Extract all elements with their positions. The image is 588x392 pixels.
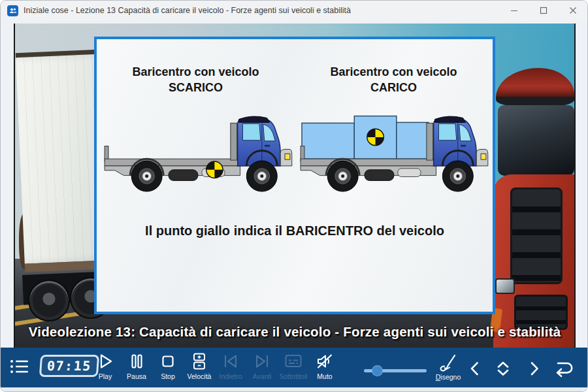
previous-button: Indietro <box>215 351 246 380</box>
heading-unloaded: Baricentro con veicolo SCARICO <box>97 64 295 96</box>
maximize-button[interactable] <box>529 1 558 20</box>
heading-loaded: Baricentro con veicolo CARICO <box>295 64 493 96</box>
return-button[interactable] <box>551 358 576 380</box>
close-icon <box>569 7 577 14</box>
next-button: Avanti <box>246 351 278 380</box>
speed-icon <box>189 351 209 371</box>
minimize-button[interactable] <box>499 1 529 20</box>
titlebar: Iniziale cose - Lezione 13 Capacità di c… <box>1 1 587 20</box>
play-icon <box>95 351 115 371</box>
mute-button[interactable]: Muto <box>309 351 340 380</box>
return-arrow-icon <box>551 358 576 378</box>
play-button[interactable]: Play <box>90 351 121 380</box>
volume-thumb[interactable] <box>372 366 382 376</box>
player-controlbar: 07:15 Play Pausa Stop Velocità Indietro <box>1 348 587 387</box>
mute-icon <box>315 351 335 371</box>
baricentro-marker-high <box>367 129 384 145</box>
stop-icon <box>158 351 178 371</box>
video-caption: Videolezione 13: Capacità di caricare il… <box>15 324 574 340</box>
stop-button[interactable]: Stop <box>152 351 184 380</box>
slide-panel: Baricentro con veicolo SCARICO Baricentr… <box>94 37 495 314</box>
chevron-right-icon <box>525 359 544 378</box>
subtitles-icon <box>284 351 303 371</box>
pause-icon <box>127 351 146 371</box>
speed-button[interactable]: Velocità <box>184 351 215 380</box>
nav-previous-button[interactable] <box>465 359 484 380</box>
app-window: Iniziale cose - Lezione 13 Capacità di c… <box>0 0 588 392</box>
window-controls <box>499 1 587 20</box>
baricentro-marker-low <box>206 161 223 178</box>
skip-back-icon <box>221 351 240 371</box>
maximize-icon <box>540 7 547 14</box>
window-bottom-edge <box>1 387 587 392</box>
background-red-truck <box>493 42 574 348</box>
app-people-icon <box>7 5 18 16</box>
list-icon <box>9 357 30 376</box>
nav-next-button[interactable] <box>525 359 544 380</box>
window-title: Iniziale cose - Lezione 13 Capacità di c… <box>24 6 351 15</box>
volume-slider[interactable] <box>364 366 427 376</box>
slide-footer-text: Il punto giallo indica il BARICENTRO del… <box>97 223 493 238</box>
pen-icon <box>437 353 459 372</box>
close-button[interactable] <box>558 1 587 20</box>
draw-button[interactable]: Disegno <box>428 353 468 381</box>
lesson-index-button[interactable] <box>9 357 30 378</box>
truck-unloaded-illustration <box>101 104 293 193</box>
pause-button[interactable]: Pausa <box>121 351 152 380</box>
subtitles-button: Sottotitoli <box>278 351 309 380</box>
skip-forward-icon <box>252 351 272 371</box>
video-area: Baricentro con veicolo SCARICO Baricentr… <box>14 24 576 348</box>
nav-expand-button[interactable] <box>492 359 514 380</box>
truck-loaded-illustration <box>297 104 489 193</box>
chevron-up-down-icon <box>492 359 514 378</box>
minimize-icon <box>510 7 518 14</box>
chevron-left-icon <box>465 359 484 378</box>
